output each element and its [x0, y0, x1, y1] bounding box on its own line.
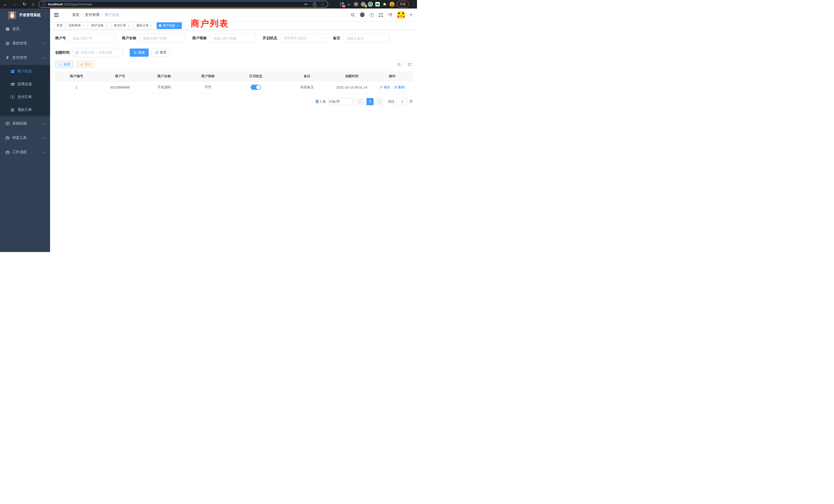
profile-extension-icon[interactable]: 1 — [361, 2, 366, 7]
table-header-row: 商户编号 商户号 商户全称 商户简称 开启状态 备注 创建时间 操作 — [55, 71, 413, 81]
close-icon[interactable] — [105, 24, 108, 27]
forward-icon[interactable]: → — [13, 2, 17, 6]
github-icon[interactable] — [360, 13, 365, 17]
tab-merchant-info[interactable]: 商户信息 — [157, 22, 182, 29]
sidebar-item-payment[interactable]: ¥ 支付管理 — [0, 50, 50, 65]
col-header-remark: 备注 — [281, 71, 332, 81]
browser-nav: ← → ↻ ⌂ — [3, 0, 35, 8]
sidebar-item-label: 退款订单 — [18, 108, 32, 112]
start-date-placeholder: 开始日期 — [81, 50, 94, 55]
home-icon[interactable]: ⌂ — [31, 2, 34, 6]
sidebar-item-workflow[interactable]: 工作流程 — [0, 145, 50, 159]
breadcrumb-home[interactable]: 首页 — [72, 13, 79, 17]
merchant-no-input[interactable] — [69, 33, 115, 43]
sidebar-item-home[interactable]: 首页 — [0, 22, 50, 36]
yen-circle-icon: ¥ — [10, 95, 15, 99]
col-header-short-name: 商户简称 — [186, 71, 230, 81]
sidebar-item-label: 工作流程 — [12, 150, 27, 155]
top-navbar: 首页 支付管理 商户信息 — [50, 8, 417, 21]
browser-avatar[interactable] — [390, 2, 394, 7]
breadcrumb-payment[interactable]: 支付管理 — [85, 13, 100, 17]
site-info-icon[interactable]: i — [42, 3, 46, 6]
yen-icon: ¥ — [5, 55, 10, 60]
page-size-select[interactable]: 10条/页 — [328, 98, 354, 105]
plus-icon: ＋ — [59, 62, 62, 67]
active-dot — [159, 24, 161, 27]
sidebar-item-system[interactable]: 系统管理 — [0, 36, 50, 50]
tab-user-group[interactable]: 用户分组 — [89, 22, 110, 29]
page-1-button[interactable]: 1 — [367, 98, 374, 105]
reload-icon[interactable]: ↻ — [23, 2, 26, 6]
sidebar-item-app-info[interactable]: 应用信息 — [0, 78, 50, 91]
gear-icon — [5, 41, 10, 46]
full-name-label: 商户全称 — [122, 36, 136, 41]
create-time-range-picker[interactable]: 开始日期 - 结束日期 — [73, 48, 123, 57]
close-icon[interactable] — [127, 24, 130, 27]
search-icon — [133, 51, 137, 54]
full-name-input[interactable] — [139, 33, 185, 43]
share-icon[interactable] — [313, 2, 316, 6]
sidebar-item-infrastructure[interactable]: 基础设施 — [0, 116, 50, 131]
sidebar-collapse-icon[interactable] — [54, 13, 59, 17]
short-name-input[interactable] — [210, 33, 256, 43]
toggle-search-button[interactable] — [396, 61, 403, 68]
tab-refund-order[interactable]: 退款订单 — [134, 22, 155, 29]
avatar-caret-icon[interactable] — [410, 14, 412, 16]
sidebar-item-refund-order[interactable]: 退款订单 — [0, 104, 50, 116]
puzzle-extensions-icon[interactable] — [382, 2, 387, 7]
reset-button[interactable]: 重置 — [151, 48, 170, 57]
address-bar[interactable]: i localhost:1024/pay/merchant ☆ — [39, 1, 328, 8]
password-key-icon[interactable] — [304, 2, 308, 6]
y-extension-icon[interactable]: y — [368, 2, 373, 7]
cell-merchant-id: 1 — [55, 81, 98, 93]
extension-icon[interactable]: 10 — [339, 2, 344, 7]
chat-extension-icon[interactable] — [375, 2, 380, 6]
help-icon[interactable] — [370, 13, 374, 17]
refresh-icon — [155, 51, 158, 54]
prev-page-button[interactable]: ‹ — [357, 98, 364, 105]
browser-update-button[interactable]: 更新 — [397, 1, 409, 8]
bookmark-star-icon[interactable]: ☆ — [321, 2, 325, 7]
edit-button[interactable]: 修改 — [380, 85, 390, 90]
col-header-full-name: 商户全称 — [142, 71, 186, 81]
sidebar-logo[interactable]: 芋道管理系统 — [0, 8, 50, 22]
tab-process-form[interactable]: 流程表单 — [66, 22, 88, 29]
user-avatar[interactable] — [397, 11, 405, 19]
kite-extension-icon[interactable]: ◆ — [346, 2, 351, 7]
close-icon[interactable] — [82, 24, 85, 27]
command-extension-icon[interactable]: ⌘ — [354, 2, 358, 7]
chevron-down-icon — [321, 37, 324, 39]
tab-pay-order[interactable]: 支付订单 — [111, 22, 133, 29]
search-button[interactable]: 搜索 — [130, 48, 149, 57]
range-separator: - — [96, 51, 97, 55]
back-icon[interactable]: ← — [3, 2, 7, 6]
status-toggle[interactable] — [250, 85, 261, 90]
sidebar-item-merchant-info[interactable]: 商户信息 — [0, 65, 50, 78]
remark-input[interactable] — [343, 33, 390, 43]
search-icon — [397, 63, 401, 66]
goto-page-input[interactable] — [396, 98, 408, 105]
create-time-label: 创建时间 — [55, 50, 70, 55]
sidebar-item-dev-tools[interactable]: 研发工具 — [0, 131, 50, 145]
extension-badge: 10 — [342, 5, 345, 7]
export-button[interactable]: 导出 — [76, 61, 94, 68]
tab-home[interactable]: 首页 — [54, 22, 65, 29]
add-button[interactable]: ＋ 新增 — [55, 61, 74, 68]
refresh-table-button[interactable] — [406, 61, 413, 68]
next-page-button[interactable]: › — [376, 98, 383, 105]
fullscreen-icon[interactable] — [379, 13, 383, 17]
status-select[interactable]: 请选择开启状态 — [280, 33, 326, 43]
close-icon[interactable] — [150, 24, 153, 27]
browser-menu-icon[interactable]: ⋮ — [412, 2, 415, 6]
close-icon[interactable] — [176, 24, 179, 27]
font-size-icon[interactable] — [388, 13, 392, 17]
sidebar-item-pay-order[interactable]: ¥ 支付订单 — [0, 91, 50, 104]
delete-button[interactable]: 删除 — [394, 85, 405, 90]
monitor-icon — [5, 121, 10, 126]
url-text[interactable]: localhost:1024/pay/merchant — [48, 2, 92, 6]
header-search-icon[interactable] — [351, 13, 355, 17]
total-count: 共 1 条 — [315, 99, 326, 104]
chevron-down-icon — [43, 122, 46, 124]
logo-image — [8, 11, 16, 19]
toolbox-icon — [5, 136, 10, 140]
